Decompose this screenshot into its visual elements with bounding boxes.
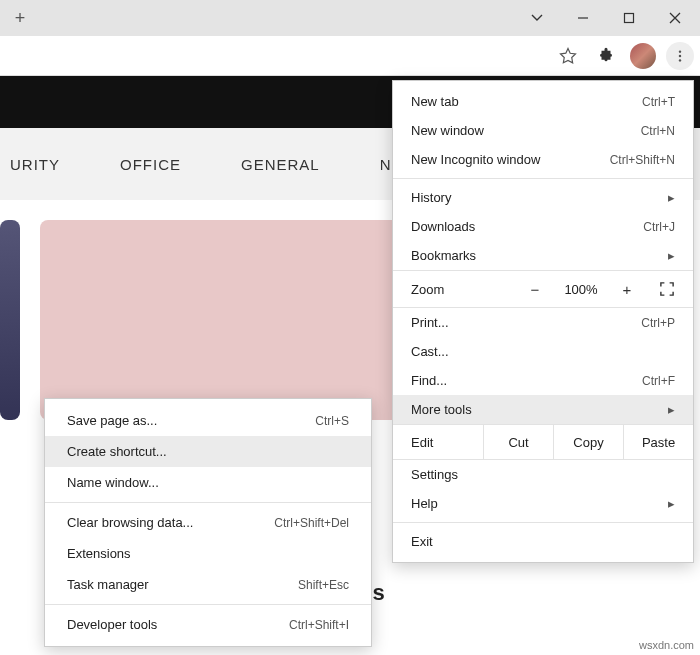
submenu-developer-tools[interactable]: Developer toolsCtrl+Shift+I — [45, 609, 371, 640]
browser-toolbar — [0, 36, 700, 76]
maximize-icon — [623, 12, 635, 24]
minimize-button[interactable] — [560, 0, 606, 36]
zoom-in-button[interactable]: + — [607, 281, 647, 298]
nav-item[interactable]: General — [241, 156, 320, 173]
cut-button[interactable]: Cut — [483, 425, 553, 459]
star-icon — [559, 47, 577, 65]
nav-item[interactable]: urity — [10, 156, 60, 173]
svg-point-3 — [679, 59, 681, 61]
new-tab-button[interactable]: + — [6, 4, 34, 32]
zoom-value: 100% — [555, 282, 607, 297]
maximize-button[interactable] — [606, 0, 652, 36]
menu-settings[interactable]: Settings — [393, 460, 693, 489]
svg-rect-0 — [625, 14, 634, 23]
fullscreen-button[interactable] — [647, 282, 687, 296]
minimize-icon — [577, 12, 589, 24]
close-icon — [669, 12, 681, 24]
article-card[interactable] — [0, 220, 20, 420]
app-menu: New tabCtrl+T New windowCtrl+N New Incog… — [392, 80, 694, 563]
menu-incognito[interactable]: New Incognito windowCtrl+Shift+N — [393, 145, 693, 174]
profile-avatar[interactable] — [630, 43, 656, 69]
menu-exit[interactable]: Exit — [393, 527, 693, 556]
submenu-clear-browsing-data[interactable]: Clear browsing data...Ctrl+Shift+Del — [45, 507, 371, 538]
puzzle-icon — [597, 47, 615, 65]
menu-find[interactable]: Find...Ctrl+F — [393, 366, 693, 395]
bookmark-star-button[interactable] — [554, 42, 582, 70]
chevron-right-icon: ▸ — [668, 402, 675, 417]
menu-downloads[interactable]: DownloadsCtrl+J — [393, 212, 693, 241]
paste-button[interactable]: Paste — [623, 425, 693, 459]
menu-history[interactable]: History▸ — [393, 183, 693, 212]
window-titlebar: + — [0, 0, 700, 36]
svg-point-2 — [679, 54, 681, 56]
submenu-save-page-as[interactable]: Save page as...Ctrl+S — [45, 405, 371, 436]
menu-more-tools[interactable]: More tools▸ — [393, 395, 693, 424]
extensions-button[interactable] — [592, 42, 620, 70]
tabs-dropdown-button[interactable] — [514, 0, 560, 36]
submenu-extensions[interactable]: Extensions — [45, 538, 371, 569]
submenu-name-window[interactable]: Name window... — [45, 467, 371, 498]
chevron-down-icon — [531, 12, 543, 24]
edit-label: Edit — [393, 435, 483, 450]
menu-cast[interactable]: Cast... — [393, 337, 693, 366]
submenu-task-manager[interactable]: Task managerShift+Esc — [45, 569, 371, 600]
menu-bookmarks[interactable]: Bookmarks▸ — [393, 241, 693, 270]
close-button[interactable] — [652, 0, 698, 36]
nav-item[interactable]: Office — [120, 156, 181, 173]
svg-point-1 — [679, 50, 681, 52]
menu-new-tab[interactable]: New tabCtrl+T — [393, 87, 693, 116]
menu-edit-row: Edit Cut Copy Paste — [393, 424, 693, 460]
more-tools-submenu: Save page as...Ctrl+S Create shortcut...… — [44, 398, 372, 647]
dots-vertical-icon — [673, 49, 687, 63]
chevron-right-icon: ▸ — [668, 496, 675, 511]
zoom-label: Zoom — [411, 282, 515, 297]
zoom-out-button[interactable]: − — [515, 281, 555, 298]
app-menu-button[interactable] — [666, 42, 694, 70]
menu-zoom-row: Zoom − 100% + — [393, 270, 693, 308]
copy-button[interactable]: Copy — [553, 425, 623, 459]
fullscreen-icon — [660, 282, 674, 296]
chevron-right-icon: ▸ — [668, 248, 675, 263]
menu-help[interactable]: Help▸ — [393, 489, 693, 518]
chevron-right-icon: ▸ — [668, 190, 675, 205]
submenu-create-shortcut[interactable]: Create shortcut... — [45, 436, 371, 467]
image-credit: wsxdn.com — [639, 639, 694, 651]
menu-new-window[interactable]: New windowCtrl+N — [393, 116, 693, 145]
menu-print[interactable]: Print...Ctrl+P — [393, 308, 693, 337]
